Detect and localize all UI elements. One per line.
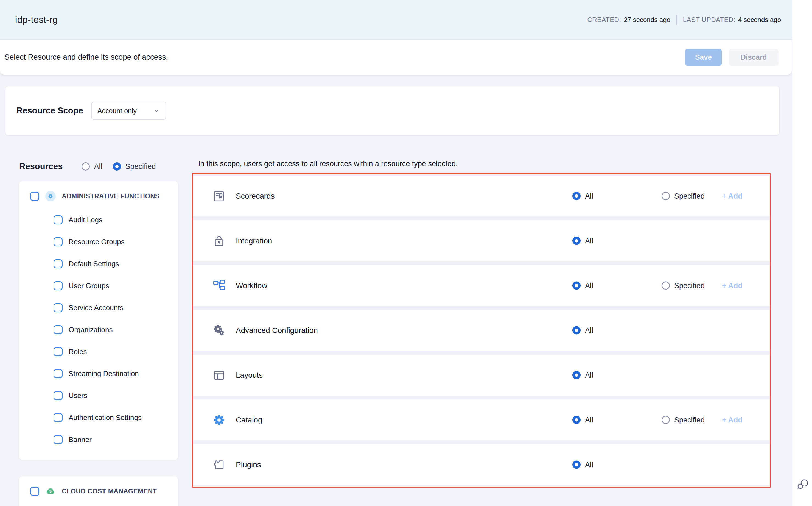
all-option[interactable]: All xyxy=(572,237,593,245)
all-option[interactable]: All xyxy=(572,281,593,290)
radio-selected-icon[interactable] xyxy=(113,162,121,171)
item-checkbox[interactable] xyxy=(54,216,63,225)
layout-icon xyxy=(213,369,225,381)
all-option[interactable]: All xyxy=(572,326,593,335)
discard-button[interactable]: Discard xyxy=(729,49,779,66)
app-root: idp-test-rg CREATED: 27 seconds ago LAST… xyxy=(0,0,792,506)
all-label: All xyxy=(585,192,593,200)
item-checkbox[interactable] xyxy=(54,281,63,290)
timestamps: CREATED: 27 seconds ago LAST UPDATED: 4 … xyxy=(588,15,781,25)
resource-scope-label: Resource Scope xyxy=(16,106,83,116)
radio-unselected-icon[interactable] xyxy=(82,162,90,171)
toolbar-actions: Save Discard xyxy=(685,49,779,66)
radio-selected-icon[interactable] xyxy=(572,326,581,335)
resource-type-name: Scorecards xyxy=(236,192,275,200)
group-label: ADMINISTRATIVE FUNCTIONS xyxy=(62,192,160,200)
resources-all-option[interactable]: All xyxy=(82,162,102,171)
all-option[interactable]: All xyxy=(572,416,593,424)
timestamp-divider xyxy=(677,15,677,25)
item-label: Users xyxy=(69,392,87,400)
resource-type-name: Plugins xyxy=(236,460,261,469)
radio-unselected-icon[interactable] xyxy=(662,281,670,290)
all-option[interactable]: All xyxy=(572,460,593,469)
item-label: Default Settings xyxy=(69,260,119,268)
item-checkbox[interactable] xyxy=(54,303,63,312)
resources-all-label: All xyxy=(94,162,102,171)
group-label: CLOUD COST MANAGEMENT xyxy=(62,487,157,495)
group-items: Audit LogsResource GroupsDefault Setting… xyxy=(54,209,172,450)
resource-group-card: $CLOUD COST MANAGEMENTRecommendations xyxy=(19,476,178,506)
item-checkbox[interactable] xyxy=(54,259,63,268)
list-item: Authentication Settings xyxy=(54,407,172,429)
resource-type-panel: ScorecardsAllSpecified+ AddIntegrationAl… xyxy=(192,173,771,488)
item-checkbox[interactable] xyxy=(54,325,63,334)
all-option[interactable]: All xyxy=(572,371,593,380)
specified-label: Specified xyxy=(674,416,705,424)
item-label: Audit Logs xyxy=(69,216,102,224)
group-checkbox[interactable] xyxy=(30,487,39,496)
scope-instruction: In this scope, users get access to all r… xyxy=(198,159,779,168)
resource-type-name: Workflow xyxy=(236,281,267,290)
all-label: All xyxy=(585,416,593,424)
radio-selected-icon[interactable] xyxy=(572,192,581,200)
group-header: ADMINISTRATIVE FUNCTIONS xyxy=(30,187,172,205)
columns: Resources All Specified ADMINISTRATIVE F… xyxy=(5,159,779,506)
radio-unselected-icon[interactable] xyxy=(662,416,670,424)
list-item: Organizations xyxy=(54,319,172,341)
radio-selected-icon[interactable] xyxy=(572,281,581,290)
item-label: User Groups xyxy=(69,281,109,290)
add-button[interactable]: + Add xyxy=(722,281,742,290)
group-items: Recommendations xyxy=(54,504,172,506)
radio-selected-icon[interactable] xyxy=(572,371,581,380)
resource-type-name: Catalog xyxy=(236,416,263,424)
radio-selected-icon[interactable] xyxy=(572,461,581,469)
item-checkbox[interactable] xyxy=(54,237,63,246)
radio-selected-icon[interactable] xyxy=(572,416,581,424)
group-header: $CLOUD COST MANAGEMENT xyxy=(30,482,172,500)
all-option[interactable]: All xyxy=(572,192,593,200)
item-checkbox[interactable] xyxy=(54,413,63,422)
list-item: Recommendations xyxy=(54,504,172,506)
page-content: Resource Scope Account only Resources Al… xyxy=(0,86,792,506)
admin-gear-icon xyxy=(45,191,56,201)
resource-scope-value: Account only xyxy=(97,107,137,115)
all-label: All xyxy=(585,281,593,290)
cloud-dollar-icon: $ xyxy=(45,486,56,496)
chat-widget-icon[interactable] xyxy=(797,478,809,491)
all-label: All xyxy=(585,237,593,245)
resources-specified-label: Specified xyxy=(125,162,156,171)
item-checkbox[interactable] xyxy=(54,347,63,356)
radio-selected-icon[interactable] xyxy=(572,237,581,245)
resources-title: Resources xyxy=(19,162,63,171)
group-checkbox[interactable] xyxy=(30,192,39,201)
resources-specified-option[interactable]: Specified xyxy=(113,162,156,171)
list-item: Users xyxy=(54,385,172,407)
scorecard-icon xyxy=(213,190,225,202)
radio-unselected-icon[interactable] xyxy=(662,192,670,200)
item-label: Roles xyxy=(69,347,87,356)
resource-type-name: Integration xyxy=(236,237,272,245)
workflow-icon xyxy=(213,280,225,292)
created-value: 27 seconds ago xyxy=(624,16,670,24)
list-item: Resource Groups xyxy=(54,231,172,253)
specified-label: Specified xyxy=(674,192,705,200)
item-label: Service Accounts xyxy=(69,304,123,312)
resource-group-card: ADMINISTRATIVE FUNCTIONSAudit LogsResour… xyxy=(19,181,178,460)
list-item: Streaming Destination xyxy=(54,363,172,385)
resource-scope-dropdown[interactable]: Account only xyxy=(91,102,166,120)
svg-text:$: $ xyxy=(49,489,52,493)
save-button[interactable]: Save xyxy=(685,49,722,66)
specified-option[interactable]: Specified xyxy=(662,416,705,424)
list-item: Service Accounts xyxy=(54,297,172,319)
add-button[interactable]: + Add xyxy=(722,192,742,200)
add-button[interactable]: + Add xyxy=(722,416,742,424)
item-checkbox[interactable] xyxy=(54,391,63,400)
item-checkbox[interactable] xyxy=(54,435,63,444)
resources-header: Resources All Specified xyxy=(19,159,178,174)
specified-option[interactable]: Specified xyxy=(662,192,705,200)
page-header: idp-test-rg CREATED: 27 seconds ago LAST… xyxy=(0,0,792,39)
specified-option[interactable]: Specified xyxy=(662,281,705,290)
item-label: Resource Groups xyxy=(69,238,125,246)
lock-icon xyxy=(213,235,225,247)
item-checkbox[interactable] xyxy=(54,369,63,378)
